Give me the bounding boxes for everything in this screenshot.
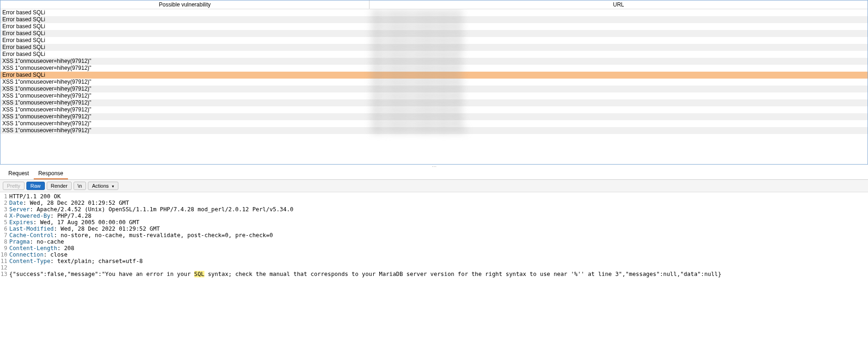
line-content: Content-Type: text/plain; charset=utf-8 bbox=[9, 258, 143, 264]
cell-url: https://redacted.example/endpoint/a3 bbox=[369, 23, 868, 30]
table-row[interactable]: XSS 1"onmouseover=hihey(97912)"https://r… bbox=[0, 86, 868, 92]
header-name: Content-Type bbox=[9, 258, 50, 264]
cell-url: https://redacted.example/endpoint/a5 bbox=[369, 37, 868, 44]
header-value: : Apache/2.4.52 (Unix) OpenSSL/1.1.1m PH… bbox=[30, 206, 293, 213]
editor-line: 1HTTP/1.1 200 OK bbox=[0, 193, 868, 200]
cell-url: https://redacted.example/endpoint/b1 bbox=[369, 58, 868, 65]
line-content: Content-Length: 208 bbox=[9, 245, 74, 251]
vulnerability-table-panel: Possible vulnerability URL Error based S… bbox=[0, 0, 868, 165]
cell-url: https://redacted.example/endpoint/c1 bbox=[369, 72, 868, 79]
table-row[interactable]: XSS 1"onmouseover=hihey(97912)"https://r… bbox=[0, 92, 868, 99]
header-name: Server bbox=[9, 206, 30, 213]
header-name: Connection bbox=[9, 251, 43, 258]
table-row[interactable]: XSS 1"onmouseover=hihey(97912)"https://r… bbox=[0, 99, 868, 106]
table-row[interactable]: XSS 1"onmouseover=hihey(97912)"https://r… bbox=[0, 106, 868, 113]
table-row[interactable]: Error based SQLihttps://redacted.example… bbox=[0, 9, 868, 16]
view-pretty-button[interactable]: Pretty bbox=[3, 182, 25, 190]
header-name: Cache-Control bbox=[9, 232, 54, 239]
cell-url: https://redacted.example/endpoint/a1 bbox=[369, 9, 868, 16]
line-number: 11 bbox=[0, 258, 9, 264]
line-content: HTTP/1.1 200 OK bbox=[9, 193, 61, 200]
highlight-token: SQL bbox=[194, 271, 204, 277]
table-row[interactable]: XSS 1"onmouseover=hihey(97912)"https://r… bbox=[0, 65, 868, 72]
table-row[interactable]: Error based SQLihttps://redacted.example… bbox=[0, 23, 868, 30]
table-header: Possible vulnerability URL bbox=[0, 0, 868, 9]
newline-toggle-button[interactable]: \n bbox=[74, 182, 86, 190]
table-row[interactable]: XSS 1"onmouseover=hihey(97912)"https://r… bbox=[0, 58, 868, 65]
header-value: : close bbox=[43, 251, 68, 258]
cell-vulnerability: XSS 1"onmouseover=hihey(97912)" bbox=[0, 120, 369, 127]
line-content: {"success":false,"message":"You have an … bbox=[9, 271, 721, 277]
line-number: 8 bbox=[0, 239, 9, 245]
line-number: 3 bbox=[0, 206, 9, 213]
header-value: : Wed, 28 Dec 2022 01:29:52 GMT bbox=[54, 226, 160, 232]
view-render-button[interactable]: Render bbox=[47, 182, 72, 190]
line-content: Server: Apache/2.4.52 (Unix) OpenSSL/1.1… bbox=[9, 206, 293, 213]
cell-vulnerability: XSS 1"onmouseover=hihey(97912)" bbox=[0, 127, 369, 134]
table-row[interactable]: Error based SQLihttps://redacted.example… bbox=[0, 16, 868, 23]
table-body[interactable]: Error based SQLihttps://redacted.example… bbox=[0, 9, 868, 164]
table-row[interactable]: XSS 1"onmouseover=hihey(97912)"https://r… bbox=[0, 127, 868, 134]
line-content: Date: Wed, 28 Dec 2022 01:29:52 GMT bbox=[9, 200, 129, 206]
line-number: 1 bbox=[0, 193, 9, 200]
editor-line: 7Cache-Control: no-store, no-cache, must… bbox=[0, 232, 868, 239]
header-name: Expires bbox=[9, 219, 33, 226]
table-row[interactable]: XSS 1"onmouseover=hihey(97912)"https://r… bbox=[0, 113, 868, 120]
line-number: 9 bbox=[0, 245, 9, 251]
response-editor[interactable]: 1HTTP/1.1 200 OK2Date: Wed, 28 Dec 2022 … bbox=[0, 192, 868, 278]
editor-line: 10Connection: close bbox=[0, 251, 868, 258]
line-number: 13 bbox=[0, 271, 9, 277]
editor-line: 11Content-Type: text/plain; charset=utf-… bbox=[0, 258, 868, 264]
line-number: 5 bbox=[0, 219, 9, 226]
header-name: X-Powered-By bbox=[9, 213, 50, 219]
cell-url: https://redacted.example/endpoint/b7 bbox=[369, 106, 868, 113]
table-row[interactable]: Error based SQLihttps://redacted.example… bbox=[0, 37, 868, 44]
header-value: : no-cache bbox=[30, 239, 64, 245]
header-name: Content-Length bbox=[9, 245, 57, 251]
header-value: : 208 bbox=[57, 245, 74, 251]
cell-url: https://redacted.example/endpoint/b2 bbox=[369, 65, 868, 72]
tab-request[interactable]: Request bbox=[4, 168, 34, 179]
cell-url: https://redacted.example/endpoint/b10 bbox=[369, 127, 868, 134]
cell-vulnerability: XSS 1"onmouseover=hihey(97912)" bbox=[0, 86, 369, 92]
cell-vulnerability: XSS 1"onmouseover=hihey(97912)" bbox=[0, 113, 369, 120]
line-number: 10 bbox=[0, 251, 9, 258]
editor-line: 12 bbox=[0, 264, 868, 271]
cell-url: https://redacted.example/endpoint/a4 bbox=[369, 30, 868, 37]
line-number: 7 bbox=[0, 232, 9, 239]
view-raw-button[interactable]: Raw bbox=[26, 182, 45, 190]
cell-url: https://redacted.example/endpoint/a2 bbox=[369, 16, 868, 23]
cell-vulnerability: Error based SQLi bbox=[0, 9, 369, 16]
response-toolbar: Pretty Raw Render \n Actions ▾ bbox=[0, 180, 868, 192]
actions-dropdown-button[interactable]: Actions ▾ bbox=[88, 182, 118, 190]
header-name: Last-Modified bbox=[9, 226, 54, 232]
cell-url: https://redacted.example/endpoint/a7 bbox=[369, 51, 868, 58]
line-content: Connection: close bbox=[9, 251, 68, 258]
column-header-url[interactable]: URL bbox=[369, 0, 868, 9]
cell-vulnerability: Error based SQLi bbox=[0, 30, 369, 37]
table-row[interactable]: Error based SQLihttps://redacted.example… bbox=[0, 72, 868, 79]
cell-url: https://redacted.example/endpoint/b9 bbox=[369, 120, 868, 127]
table-row[interactable]: Error based SQLihttps://redacted.example… bbox=[0, 30, 868, 37]
line-content: X-Powered-By: PHP/7.4.28 bbox=[9, 213, 92, 219]
column-header-vulnerability[interactable]: Possible vulnerability bbox=[0, 0, 369, 9]
cell-url: https://redacted.example/endpoint/b5 bbox=[369, 92, 868, 99]
cell-url: https://redacted.example/endpoint/b8 bbox=[369, 113, 868, 120]
table-row[interactable]: Error based SQLihttps://redacted.example… bbox=[0, 51, 868, 58]
table-row[interactable]: XSS 1"onmouseover=hihey(97912)"https://r… bbox=[0, 120, 868, 127]
table-row[interactable]: XSS 1"onmouseover=hihey(97912)"https://r… bbox=[0, 79, 868, 86]
line-number: 2 bbox=[0, 200, 9, 206]
cell-vulnerability: XSS 1"onmouseover=hihey(97912)" bbox=[0, 99, 369, 106]
header-name: Pragma bbox=[9, 239, 30, 245]
chevron-down-icon: ▾ bbox=[112, 184, 114, 189]
panel-divider[interactable]: ⋯ bbox=[0, 165, 868, 168]
cell-vulnerability: Error based SQLi bbox=[0, 44, 369, 51]
actions-label: Actions bbox=[92, 183, 109, 189]
tab-response[interactable]: Response bbox=[34, 168, 68, 179]
table-row[interactable]: Error based SQLihttps://redacted.example… bbox=[0, 44, 868, 51]
cell-url: https://redacted.example/endpoint/b4 bbox=[369, 86, 868, 92]
editor-line: 5Expires: Wed, 17 Aug 2005 00:00:00 GMT bbox=[0, 219, 868, 226]
cell-vulnerability: Error based SQLi bbox=[0, 23, 369, 30]
editor-line: 9Content-Length: 208 bbox=[0, 245, 868, 251]
cell-url: https://redacted.example/endpoint/b3 bbox=[369, 79, 868, 86]
